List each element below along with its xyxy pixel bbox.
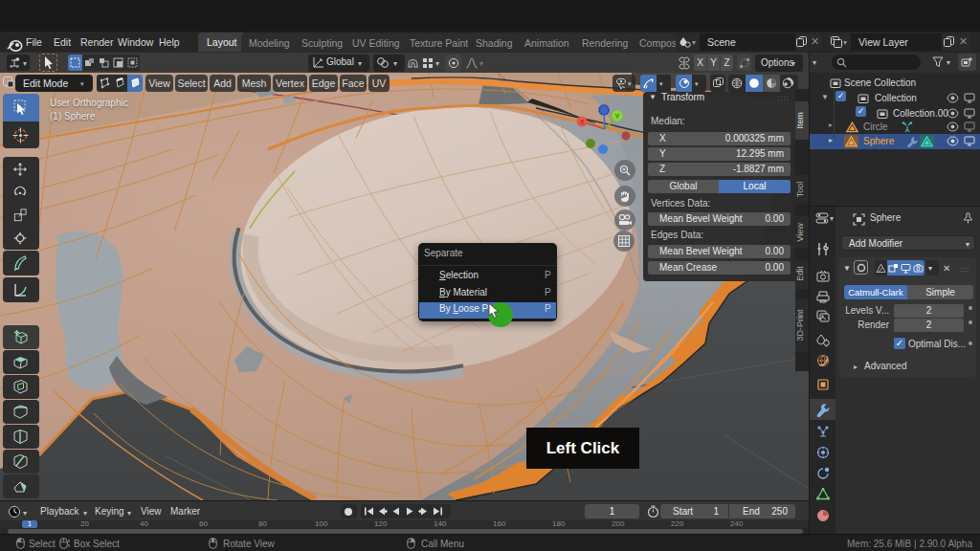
- svg-text:X: X: [580, 119, 585, 125]
- svg-text:Y: Y: [614, 112, 619, 121]
